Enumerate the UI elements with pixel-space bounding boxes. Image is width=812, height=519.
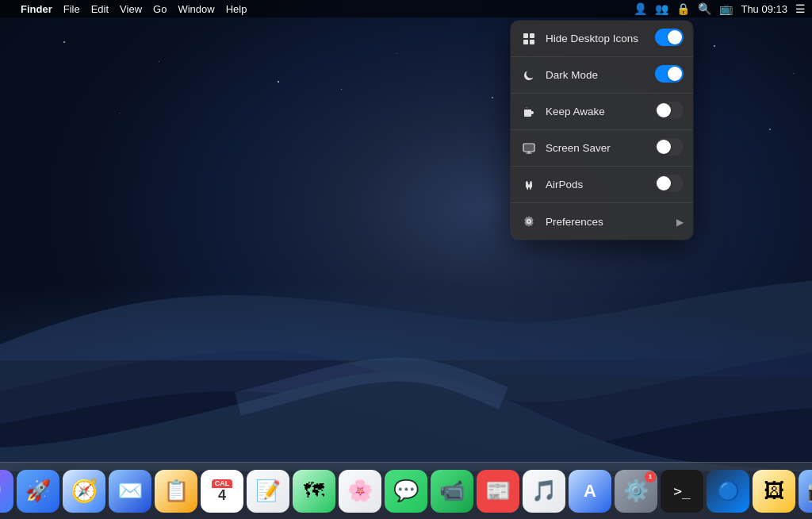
dock-icon-launchpad[interactable]: 🚀 <box>17 470 59 513</box>
airpods-toggle[interactable] <box>655 175 684 195</box>
keep-awake-label: Keep Awake <box>546 106 655 117</box>
menu-row-hide-desktop[interactable]: Hide Desktop Icons <box>511 21 693 57</box>
menubar-go[interactable]: Go <box>153 3 167 15</box>
menu-row-keep-awake[interactable]: Keep Awake <box>511 94 693 130</box>
hide-desktop-label: Hide Desktop Icons <box>546 33 655 44</box>
dock-icon-music[interactable]: 🎵 <box>523 470 565 513</box>
menubar-left: Finder File Edit View Go Window Help <box>6 3 247 15</box>
dropdown-menu: Hide Desktop Icons Dark Mode <box>511 21 693 240</box>
dock: 🖥 🔮 🚀 🧭 ✉️ 📋 CAL 4 📝 <box>0 462 812 519</box>
screen-saver-label: Screen Saver <box>546 142 655 154</box>
dock-icon-mail[interactable]: ✉️ <box>109 470 151 513</box>
svg-rect-5 <box>523 144 534 152</box>
dock-icon-notes[interactable]: 📋 <box>155 470 197 513</box>
airpods-icon <box>520 176 538 194</box>
gear-icon <box>520 213 538 230</box>
dock-icon-bartender[interactable]: 🔵 <box>707 470 749 513</box>
svg-rect-7 <box>530 187 531 190</box>
grid-icon <box>520 30 538 48</box>
dock-icon-camera[interactable]: 📷 <box>799 470 812 513</box>
menubar-help[interactable]: Help <box>226 3 247 15</box>
dark-mode-toggle[interactable] <box>655 65 684 86</box>
menubar-app-name[interactable]: Finder <box>21 3 52 15</box>
dock-icon-appstore[interactable]: A <box>569 470 611 513</box>
menubar-file[interactable]: File <box>63 3 80 15</box>
display-icon[interactable]: 📺 <box>719 2 733 15</box>
svg-rect-3 <box>530 40 534 44</box>
airpods-label: AirPods <box>546 179 655 190</box>
dock-icon-safari[interactable]: 🧭 <box>63 470 105 513</box>
menubar-view[interactable]: View <box>120 3 142 15</box>
moon-icon <box>520 67 538 84</box>
dock-icon-reminders[interactable]: 📝 <box>247 470 289 513</box>
screen-saver-toggle[interactable] <box>655 138 684 159</box>
dock-icon-syspref[interactable]: ⚙️ 1 <box>615 470 657 513</box>
preferences-chevron: ▶ <box>676 214 684 229</box>
monitor-icon <box>520 140 538 157</box>
menu-extras-icon[interactable]: ☰ <box>795 2 806 15</box>
menu-row-dark-mode[interactable]: Dark Mode <box>511 57 693 94</box>
dock-icon-calendar[interactable]: CAL 4 <box>201 470 243 513</box>
menubar-window[interactable]: Window <box>178 3 214 15</box>
menubar-edit[interactable]: Edit <box>91 3 109 15</box>
menubar: Finder File Edit View Go Window Help 👤 👥… <box>0 0 812 17</box>
menu-row-airpods[interactable]: AirPods <box>511 167 693 203</box>
dock-icon-facetime[interactable]: 📹 <box>431 470 473 513</box>
dark-mode-label: Dark Mode <box>546 69 655 81</box>
user-icon[interactable]: 👥 <box>655 2 668 15</box>
share-icon[interactable]: 👤 <box>634 2 647 15</box>
svg-rect-2 <box>523 40 528 44</box>
menu-row-screen-saver[interactable]: Screen Saver <box>511 130 693 167</box>
svg-rect-1 <box>530 33 534 38</box>
search-icon[interactable]: 🔍 <box>698 2 711 15</box>
svg-rect-6 <box>527 187 529 190</box>
dock-icon-maps[interactable]: 🗺 <box>293 470 335 513</box>
dock-icon-news[interactable]: 📰 <box>477 470 519 513</box>
coffee-icon <box>520 103 538 121</box>
dock-icon-terminal[interactable]: >_ <box>661 470 703 513</box>
dock-icon-preview[interactable]: 🖼 <box>753 470 795 513</box>
menubar-time: Thu 09:13 <box>741 3 787 15</box>
desktop: Finder File Edit View Go Window Help 👤 👥… <box>0 0 812 519</box>
dock-icon-photos[interactable]: 🌸 <box>339 470 381 513</box>
dock-icon-messages[interactable]: 💬 <box>385 470 427 513</box>
svg-rect-0 <box>523 33 528 38</box>
dock-icon-siri[interactable]: 🔮 <box>0 470 13 513</box>
security-icon[interactable]: 🔒 <box>676 2 690 15</box>
chevron-right-icon: ▶ <box>676 217 684 228</box>
keep-awake-toggle[interactable] <box>655 102 684 122</box>
preferences-label: Preferences <box>546 216 676 228</box>
hide-desktop-toggle[interactable] <box>655 29 684 49</box>
menubar-right: 👤 👥 🔒 🔍 📺 Thu 09:13 ☰ <box>634 2 806 15</box>
menu-row-preferences[interactable]: Preferences ▶ <box>511 203 693 240</box>
